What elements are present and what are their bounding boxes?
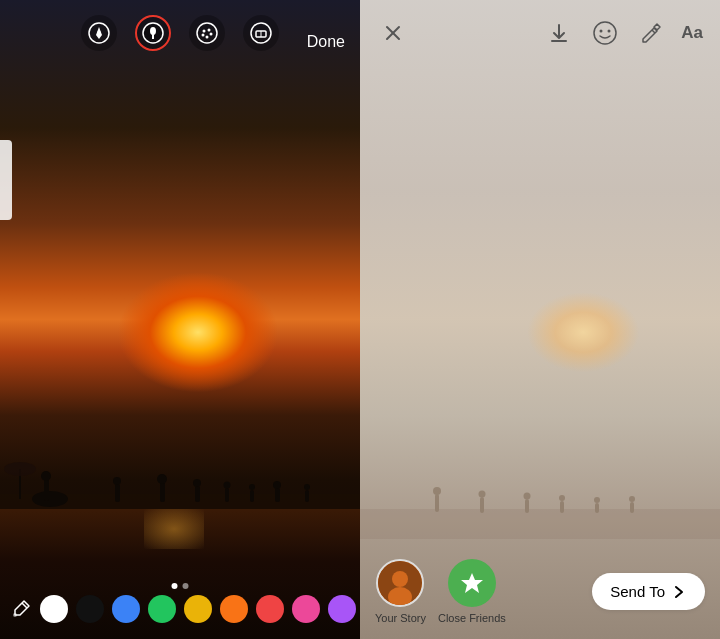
- svg-point-19: [4, 462, 36, 476]
- svg-point-11: [224, 482, 231, 489]
- water-reflection: [144, 509, 204, 549]
- svg-rect-8: [195, 486, 200, 502]
- svg-point-3: [41, 471, 51, 481]
- color-green[interactable]: [148, 595, 176, 623]
- svg-point-39: [433, 487, 441, 495]
- color-orange[interactable]: [220, 595, 248, 623]
- svg-rect-38: [435, 494, 439, 512]
- color-white[interactable]: [40, 595, 68, 623]
- svg-line-57: [652, 30, 655, 33]
- download-button[interactable]: [541, 15, 577, 51]
- edit-button[interactable]: [633, 15, 669, 51]
- right-panel: Aa Your Story: [360, 0, 720, 639]
- svg-point-5: [113, 477, 121, 485]
- svg-marker-61: [461, 573, 483, 593]
- svg-rect-48: [630, 502, 634, 513]
- svg-point-56: [608, 30, 611, 33]
- share-bar: Your Story Close Friends Send To: [375, 559, 705, 624]
- svg-point-9: [193, 479, 201, 487]
- done-button[interactable]: Done: [307, 33, 345, 51]
- brush-button[interactable]: [135, 15, 171, 51]
- svg-point-43: [524, 493, 531, 500]
- svg-point-7: [157, 474, 167, 484]
- svg-rect-25: [152, 34, 154, 39]
- svg-point-47: [594, 497, 600, 503]
- svg-rect-6: [160, 482, 165, 502]
- svg-point-27: [203, 30, 206, 33]
- svg-point-41: [479, 491, 486, 498]
- svg-point-22: [97, 31, 101, 35]
- sticker-button[interactable]: [587, 15, 623, 51]
- color-pink[interactable]: [292, 595, 320, 623]
- svg-rect-37: [360, 509, 720, 539]
- svg-point-13: [249, 484, 255, 490]
- svg-point-36: [13, 613, 17, 617]
- svg-point-28: [208, 29, 211, 32]
- color-palette: [0, 594, 360, 624]
- svg-point-29: [210, 33, 213, 36]
- color-blue[interactable]: [112, 595, 140, 623]
- color-purple[interactable]: [328, 595, 356, 623]
- pen-tip-button[interactable]: [81, 15, 117, 51]
- svg-point-55: [600, 30, 603, 33]
- svg-point-59: [392, 571, 408, 587]
- your-story-option[interactable]: Your Story: [375, 559, 426, 624]
- eyedropper-button[interactable]: [10, 594, 32, 624]
- right-beach-background: [360, 0, 720, 639]
- svg-rect-2: [44, 479, 49, 501]
- svg-point-45: [559, 495, 565, 501]
- pagination: [172, 583, 189, 589]
- right-tools-group: Aa: [541, 15, 705, 51]
- close-button[interactable]: [375, 15, 411, 51]
- your-story-avatar: [376, 559, 424, 607]
- svg-point-26: [197, 23, 217, 43]
- right-silhouettes: [360, 429, 720, 539]
- text-button[interactable]: Aa: [679, 15, 705, 51]
- svg-point-30: [202, 34, 205, 37]
- avatar-face: [378, 561, 422, 605]
- color-red[interactable]: [256, 595, 284, 623]
- left-toolbar: Done: [0, 15, 360, 51]
- palette-button[interactable]: [189, 15, 225, 51]
- color-black[interactable]: [76, 595, 104, 623]
- your-story-label: Your Story: [375, 612, 426, 624]
- left-edge-strip: [0, 140, 12, 220]
- page-dot-2: [183, 583, 189, 589]
- page-dot-1: [172, 583, 178, 589]
- svg-point-31: [206, 36, 209, 39]
- send-to-button[interactable]: Send To: [592, 573, 705, 610]
- svg-rect-10: [225, 488, 229, 502]
- svg-rect-16: [305, 490, 309, 502]
- svg-point-15: [273, 481, 281, 489]
- eraser-button[interactable]: [243, 15, 279, 51]
- aa-label: Aa: [681, 23, 703, 43]
- close-friends-option[interactable]: Close Friends: [438, 559, 506, 624]
- svg-point-49: [629, 496, 635, 502]
- svg-point-24: [150, 27, 156, 35]
- right-toolbar: Aa: [375, 15, 705, 51]
- svg-rect-40: [480, 497, 484, 513]
- left-panel: Done: [0, 0, 360, 639]
- svg-point-17: [304, 484, 310, 490]
- silhouettes: [0, 414, 360, 524]
- close-friends-circle: [448, 559, 496, 607]
- svg-rect-42: [525, 499, 529, 513]
- svg-rect-12: [250, 490, 254, 502]
- send-to-label: Send To: [610, 583, 665, 600]
- color-yellow[interactable]: [184, 595, 212, 623]
- svg-point-54: [594, 22, 616, 44]
- svg-rect-14: [275, 488, 280, 502]
- close-friends-label: Close Friends: [438, 612, 506, 624]
- svg-rect-4: [115, 484, 120, 502]
- svg-point-1: [32, 491, 68, 507]
- svg-rect-46: [595, 503, 599, 513]
- svg-rect-44: [560, 501, 564, 513]
